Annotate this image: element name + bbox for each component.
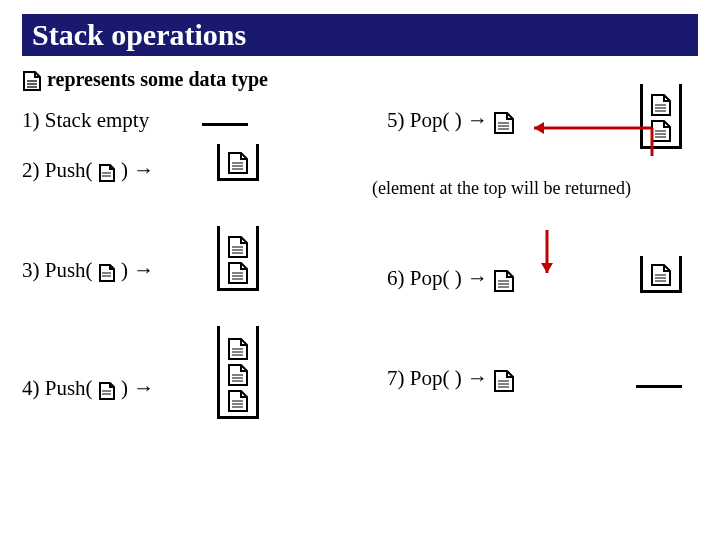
- stack-empty-7: [636, 376, 682, 394]
- step-6-label: 6) Pop( ) →: [387, 266, 515, 290]
- step-4-label: 4) Push( ) →: [22, 376, 154, 400]
- doc-icon: [493, 111, 515, 135]
- doc-icon: [227, 235, 249, 259]
- doc-icon: [227, 363, 249, 387]
- doc-icon: [493, 269, 515, 293]
- stack-state-2: [217, 144, 259, 181]
- doc-icon: [227, 261, 249, 285]
- doc-icon: [493, 369, 515, 393]
- stack-empty-1: [202, 114, 248, 132]
- svg-marker-38: [534, 122, 544, 134]
- step-5-label: 5) Pop( ) →: [387, 108, 515, 132]
- stack-state-4: [217, 326, 259, 419]
- stack-state-6: [640, 256, 682, 293]
- doc-icon: [98, 263, 116, 283]
- doc-icon: [22, 70, 42, 92]
- doc-icon: [227, 337, 249, 361]
- doc-icon: [227, 151, 249, 175]
- doc-icon: [98, 163, 116, 183]
- step-1-label: 1) Stack empty: [22, 108, 149, 132]
- return-arrow-icon: [522, 116, 662, 162]
- step-3-label: 3) Push( ) →: [22, 258, 154, 282]
- step-7-label: 7) Pop( ) →: [387, 366, 515, 390]
- return-arrow-icon: [522, 218, 572, 278]
- doc-icon: [227, 389, 249, 413]
- doc-icon: [650, 263, 672, 287]
- stack-state-3: [217, 226, 259, 291]
- doc-icon: [650, 93, 672, 117]
- legend: represents some data type: [22, 68, 698, 92]
- doc-icon: [98, 381, 116, 401]
- svg-marker-46: [541, 263, 553, 273]
- step-2-label: 2) Push( ) →: [22, 158, 154, 182]
- legend-text: represents some data type: [47, 68, 268, 90]
- slide-title: Stack operations: [22, 14, 698, 56]
- note-text: (element at the top will be returned): [372, 178, 631, 199]
